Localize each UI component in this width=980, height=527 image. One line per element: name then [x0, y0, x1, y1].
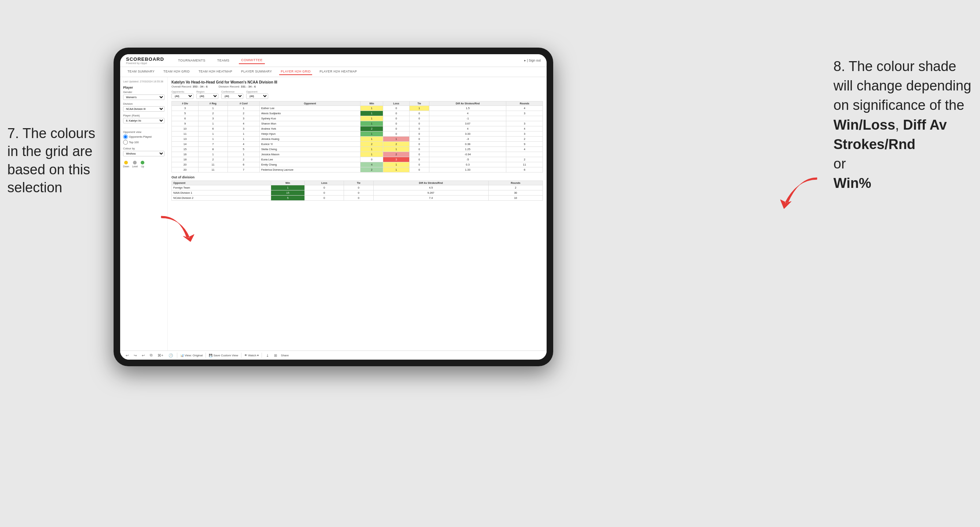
cell-loss: 0	[383, 116, 410, 121]
cell-tie: 1	[409, 106, 429, 111]
cell-loss: 1	[383, 162, 410, 167]
table-row: 3 1 1 Esther Lee 1 0 1 1.5 4	[172, 106, 543, 111]
filter-opponents-select[interactable]: (All)	[172, 94, 193, 99]
ood-cell-tie: 0	[344, 190, 373, 195]
subnav-player-summary[interactable]: PLAYER SUMMARY	[240, 68, 273, 75]
filter-conference-label: Conference	[221, 90, 243, 93]
annotation-bold-win-loss: Win/Loss	[834, 117, 896, 133]
table-row: 20 11 6 Emily Chang 4 1 0 0.3 11	[172, 162, 543, 167]
dot-down	[124, 161, 128, 164]
sidebar-colour-by-select[interactable]: Win/loss	[123, 151, 164, 156]
filters-row: Opponents: (All) Region (All) Conference	[172, 90, 543, 99]
cell-conf: 6	[228, 162, 259, 167]
out-of-division-table: Opponent Win Loss Tie Diff Av Strokes/Rn…	[172, 181, 543, 201]
filter-conference-select[interactable]: (All)	[221, 94, 243, 99]
toolbar-sep1	[177, 353, 177, 358]
cell-loss: 1	[383, 147, 410, 152]
toolbar-redo[interactable]: ↪	[133, 353, 138, 358]
filter-opponent-group: Opponent (All)	[246, 90, 268, 99]
grid-records: Overall Record: 353 - 34 - 6 Division Re…	[172, 85, 543, 88]
nav-committee[interactable]: COMMITTEE	[239, 57, 265, 64]
ood-cell-loss: 0	[305, 185, 344, 190]
radio-top100-input[interactable]	[123, 140, 128, 144]
cell-win: 2	[361, 126, 383, 132]
bottom-toolbar: ↩ ↪ ↩ ⧉ ⌘+ 🕐 📊 View: Original 💾 Save Cus…	[120, 351, 547, 360]
arrow-left	[158, 213, 202, 242]
cell-div: 20	[172, 167, 199, 173]
sidebar-division-select[interactable]: NCAA Division III	[123, 106, 164, 112]
toolbar-clock[interactable]: 🕐	[167, 353, 174, 358]
cell-div: 5	[172, 111, 199, 116]
sidebar-player-rank-select[interactable]: 8. Katelyn Vo	[123, 118, 164, 124]
cell-diff: 1.5	[429, 106, 506, 111]
subnav-team-h2h-heatmap[interactable]: TEAM H2H HEATMAP	[197, 68, 234, 75]
cell-opponent: Andrea York	[260, 126, 361, 132]
cell-rounds: 4	[506, 147, 543, 152]
col-diff: Diff Av Strokes/Rnd	[429, 102, 506, 106]
table-row: 20 11 7 Federica Domecq Lacroze 2 1 0 1.…	[172, 167, 543, 173]
cell-rounds: 3	[506, 132, 543, 137]
sidebar-radio-top100[interactable]: Top 100	[123, 140, 164, 144]
sidebar-radio-opponents-played[interactable]: Opponents Played	[123, 134, 164, 139]
cell-win: 1	[361, 152, 383, 157]
sidebar-player-section: Player	[123, 86, 164, 89]
cell-win: 1	[361, 147, 383, 152]
annotation-right: 8. The colour shade will change dependin…	[834, 57, 973, 193]
ood-cell-diff: 9.267	[373, 190, 488, 195]
radio-opponents-played-input[interactable]	[123, 134, 128, 139]
cell-reg: 1	[199, 137, 228, 142]
subnav-player-h2h-grid[interactable]: PLAYER H2H GRID	[279, 68, 312, 75]
nav-tournaments[interactable]: TOURNAMENTS	[176, 57, 208, 64]
cell-opponent: Jessica Huang	[260, 137, 361, 142]
cell-tie: 0	[409, 116, 429, 121]
cell-reg: 11	[199, 162, 228, 167]
toolbar-undo2[interactable]: ↩	[141, 353, 146, 358]
nav-teams[interactable]: TEAMS	[215, 57, 232, 64]
toolbar-save-custom[interactable]: 💾 Save Custom View	[209, 354, 238, 357]
toolbar-copy[interactable]: ⧉	[149, 352, 153, 358]
nav-sign-out[interactable]: ▸ | Sign out	[524, 59, 541, 62]
toolbar-share[interactable]: Share	[281, 354, 289, 357]
toolbar-paste[interactable]: ⌘+	[156, 353, 164, 358]
col-conf: # Conf	[228, 102, 259, 106]
cell-loss: 3	[383, 157, 410, 162]
cell-tie: 0	[409, 152, 429, 157]
col-opponent: Opponent	[260, 102, 361, 106]
cell-div: 15	[172, 147, 199, 152]
cell-win: 1	[361, 106, 383, 111]
cell-tie: 0	[409, 121, 429, 126]
filter-conference-group: Conference (All)	[221, 90, 243, 99]
toolbar-undo[interactable]: ↩	[124, 353, 130, 358]
sidebar-division-label: Division	[123, 102, 164, 105]
filter-region-label: Region	[196, 90, 218, 93]
cell-reg: 8	[199, 147, 228, 152]
sidebar-gender-select[interactable]: Women's	[123, 94, 164, 100]
cell-reg: 1	[199, 106, 228, 111]
cell-reg: 11	[199, 167, 228, 173]
cell-conf: 1	[228, 132, 259, 137]
main-data-table: # Div # Reg # Conf Opponent Win Loss Tie…	[172, 101, 543, 173]
cell-loss: 0	[383, 111, 410, 116]
filter-opponent-select[interactable]: (All)	[246, 94, 268, 99]
cell-div: 18	[172, 157, 199, 162]
cell-diff: 3.33	[429, 132, 506, 137]
col-div: # Div	[172, 102, 199, 106]
subnav-team-summary[interactable]: TEAM SUMMARY	[126, 68, 156, 75]
toolbar-export[interactable]: ⤓	[265, 353, 270, 358]
filter-region-select[interactable]: (All)	[196, 94, 218, 99]
cell-tie: 0	[409, 162, 429, 167]
toolbar-view-original[interactable]: 📊 View: Original	[180, 354, 203, 357]
subnav-team-h2h-grid[interactable]: TEAM H2H GRID	[162, 68, 191, 75]
toolbar-grid[interactable]: ⊞	[273, 353, 278, 358]
cell-opponent: Emily Chang	[260, 162, 361, 167]
subnav-player-h2h-heatmap[interactable]: PLAYER H2H HEATMAP	[318, 68, 358, 75]
cell-reg: 1	[199, 132, 228, 137]
toolbar-sep2	[205, 353, 206, 358]
toolbar-watch[interactable]: 👁 Watch ▾	[244, 354, 259, 357]
cell-opponent: Sydney Kuo	[260, 116, 361, 121]
filter-opponents-group: Opponents: (All)	[172, 90, 193, 99]
arrow-right	[769, 174, 821, 218]
cell-loss: 0	[383, 126, 410, 132]
cell-rounds: 4	[506, 126, 543, 132]
cell-tie: 0	[409, 142, 429, 147]
